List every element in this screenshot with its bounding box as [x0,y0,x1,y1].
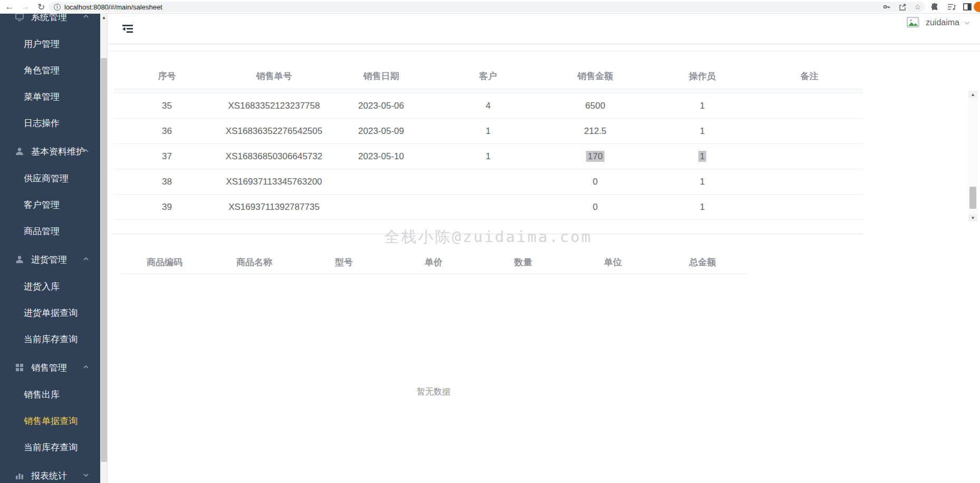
sidebar-item-当前库存查询[interactable]: 当前库存查询 [0,326,100,352]
chevron-up-icon [82,363,90,371]
sales-table-header: 序号销售单号销售日期客户销售金额操作员备注 [113,63,863,89]
broken-avatar-icon [907,17,920,28]
chevron-up-icon [82,255,90,263]
sidebar-item-用户管理[interactable]: 用户管理 [0,31,100,57]
column-header: 单价 [389,256,478,268]
sidebar-item-label: 进货入库 [24,281,60,293]
sidebar-item-角色管理[interactable]: 角色管理 [0,57,100,83]
detail-items-table: 商品编码商品名称型号单价数量单位总金额 [120,250,747,274]
table-cell: 2023-05-09 [328,126,435,137]
share-icon[interactable] [898,3,907,11]
sidebar-item-label: 销售单据查询 [24,415,78,427]
chart-icon [15,471,24,480]
table-cell: 38 [113,177,220,187]
table-row[interactable]: 37XS168368503066457322023-05-1011701 [113,144,863,169]
reload-icon[interactable]: ↻ [35,1,47,13]
sidebar-scroll-up-icon[interactable]: ▲ [100,14,108,22]
sidebar-item-商品管理[interactable]: 商品管理 [0,218,100,244]
grid-icon [15,363,24,372]
table-row[interactable]: 38XS1693711334576320001 [113,169,863,195]
sidebar-item-label: 菜单管理 [24,91,60,103]
table-scroll-down-icon[interactable]: ▼ [968,214,977,221]
tagsbar-divider [108,51,980,51]
extensions-icon[interactable] [930,1,939,13]
column-header: 销售日期 [328,70,435,82]
sales-sheet-table: 序号销售单号销售日期客户销售金额操作员备注 35XS16833521232377… [113,63,863,220]
browser-profile-avatar[interactable] [974,2,980,12]
sidebar-item-销售出库[interactable]: 销售出库 [0,381,100,408]
sidebar-item-label: 当前库存查询 [24,441,78,453]
table-cell: 36 [113,126,220,137]
main-content: zuidaima 序号销售单号销售日期客户销售金额操作员备注 35XS16833… [108,14,980,483]
column-header: 商品名称 [209,256,299,268]
table-cell: 1 [435,126,542,137]
sidebar-item-日志操作[interactable]: 日志操作 [0,110,100,136]
column-header: 单位 [568,256,658,268]
side-panel-icon[interactable] [963,1,972,13]
sidebar-item-供应商管理[interactable]: 供应商管理 [0,165,100,191]
url-bar[interactable]: i localhost:8080/#/main/salesheet ☆ [49,2,925,12]
sidebar-item-进货入库[interactable]: 进货入库 [0,273,100,300]
sidebar-section-报表统计[interactable]: 报表统计 [0,462,100,483]
user-icon [15,255,24,264]
header-divider [108,44,980,44]
star-icon[interactable]: ☆ [914,3,921,11]
section-divider [113,234,863,234]
sales-table-stripe-row [113,89,863,93]
table-cell: 170 [542,151,649,162]
empty-data-label: 暂无数据 [120,387,747,398]
column-header: 备注 [756,70,863,82]
back-icon[interactable]: ← [3,1,16,13]
table-cell: 37 [113,151,220,162]
table-cell: XS16836352276542505 [220,126,328,137]
sidebar-toggle-icon[interactable] [122,24,133,34]
sidebar-item-菜单管理[interactable]: 菜单管理 [0,83,100,110]
table-cell: XS1693711392787735 [220,202,328,212]
watermark-text: 全栈小陈@zuidaima.com [113,227,863,248]
sidebar-section-基本资料维护[interactable]: 基本资料维护 [0,138,100,165]
sidebar-item-label: 基本资料维护 [31,146,85,158]
column-header: 总金额 [658,256,747,268]
table-cell: XS16836850306645732 [220,151,328,162]
table-cell: 1 [649,202,756,212]
url-text[interactable]: localhost:8080/#/main/salesheet [64,3,162,11]
column-header: 数量 [478,256,568,268]
sidebar-menu: 系统管理用户管理角色管理菜单管理日志操作基本资料维护供应商管理客户管理商品管理进… [0,14,100,483]
sidebar-item-进货单据查询[interactable]: 进货单据查询 [0,300,100,326]
system-icon [15,14,24,22]
info-icon[interactable]: i [54,4,61,11]
table-row[interactable]: 36XS168363522765425052023-05-091212.51 [113,119,863,144]
forward-icon: → [19,1,32,13]
column-header: 序号 [113,70,220,82]
sidebar-item-label: 客户管理 [24,199,60,211]
chevron-down-icon [82,471,90,479]
reading-list-icon[interactable] [947,1,956,13]
sidebar-section-进货管理[interactable]: 进货管理 [0,246,100,273]
table-cell: XS1683352123237758 [220,101,328,111]
table-scroll-up-icon[interactable]: ▲ [968,91,977,98]
sidebar-item-销售单据查询[interactable]: 销售单据查询 [0,408,100,434]
detail-table-header: 商品编码商品名称型号单价数量单位总金额 [120,250,747,274]
table-cell: 2023-05-10 [328,151,435,162]
sidebar-item-客户管理[interactable]: 客户管理 [0,191,100,218]
table-cell: 1 [435,151,542,162]
user-dropdown[interactable]: zuidaima [907,17,971,28]
sidebar-scrollbar-thumb[interactable] [101,58,107,462]
sidebar-section-系统管理[interactable]: 系统管理 [0,14,100,30]
username-label: zuidaima [926,18,959,27]
table-cell: 212.5 [542,126,649,137]
selected-text: 170 [586,151,604,162]
table-row[interactable]: 35XS16833521232377582023-05-06465001 [113,93,863,119]
sidebar-item-当前库存查询[interactable]: 当前库存查询 [0,434,100,460]
sidebar-item-label: 日志操作 [24,117,60,129]
sidebar-item-label: 报表统计 [31,470,67,482]
table-cell: 0 [542,202,649,212]
table-row[interactable]: 39XS169371139278773501 [113,195,863,220]
sidebar-section-销售管理[interactable]: 销售管理 [0,354,100,381]
key-icon[interactable] [882,3,891,11]
column-header: 型号 [299,256,389,268]
browser-toolbar: ← → ↻ i localhost:8080/#/main/salesheet … [0,0,980,14]
sidebar-item-label: 系统管理 [31,14,67,23]
table-scrollbar-thumb[interactable] [969,187,976,209]
column-header: 销售单号 [220,70,328,82]
